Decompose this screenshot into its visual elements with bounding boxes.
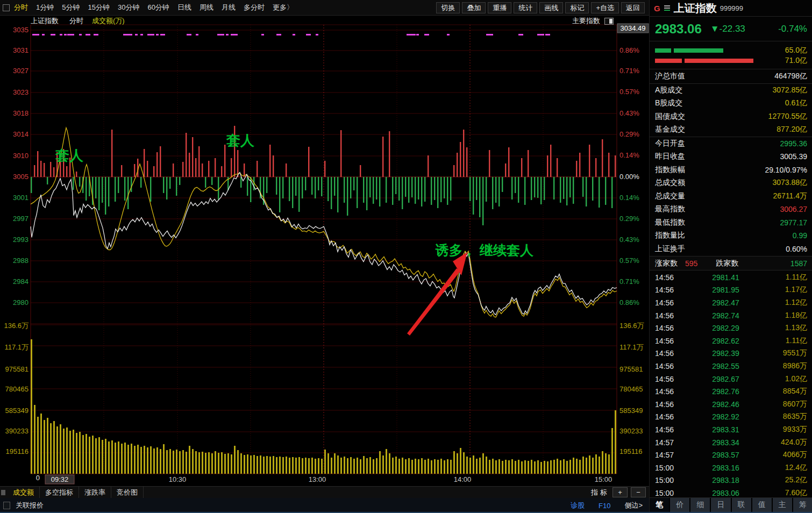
stat-label: 指数量比 <box>655 231 685 240</box>
tick-row[interactable]: 14:562982.768854万 <box>650 385 812 398</box>
toolbar-button-画线[interactable]: 画线 <box>539 2 563 13</box>
period-更多〉[interactable]: 更多〉 <box>273 3 294 12</box>
side-panel-link[interactable]: 侧边> <box>624 501 643 510</box>
tick-volume: 1.13亿 <box>768 323 807 333</box>
tick-row[interactable]: 14:562982.928635万 <box>650 411 812 424</box>
svg-text:14:00: 14:00 <box>454 475 472 483</box>
toolbar-button-切换[interactable]: 切换 <box>436 2 460 13</box>
toolbar-button-返回[interactable]: 返回 <box>621 2 645 13</box>
indicator-tab-竞价图[interactable]: 竞价图 <box>111 487 144 498</box>
panel-tab-细[interactable]: 细 <box>690 498 710 512</box>
period-60分钟[interactable]: 60分钟 <box>147 3 169 12</box>
tick-price: 2982.62 <box>683 337 768 345</box>
period-15分钟[interactable]: 15分钟 <box>88 3 109 12</box>
indicator-tab-成交额[interactable]: 成交额 <box>8 487 40 498</box>
tick-row[interactable]: 14:562982.468607万 <box>650 398 812 411</box>
tick-row[interactable]: 15:002983.1612.4亿 <box>650 461 812 474</box>
intraday-chart[interactable]: 3035303130273023301830143010300530012997… <box>0 0 649 513</box>
tick-row[interactable]: 14:562981.411.11亿 <box>650 271 812 284</box>
tick-row[interactable]: 14:562983.319933万 <box>650 423 812 436</box>
indicator-label: 指标 <box>591 488 609 497</box>
toolbar-button-叠加[interactable]: 叠加 <box>462 2 486 13</box>
period-日线[interactable]: 日线 <box>177 3 191 12</box>
tick-volume: 9933万 <box>768 425 807 434</box>
stat-label: A股成交 <box>655 86 682 95</box>
panel-tab-筹[interactable]: 筹 <box>793 498 812 512</box>
tick-row[interactable]: 14:562982.291.13亿 <box>650 322 812 334</box>
linked-quote-label[interactable]: 关联报价 <box>16 501 44 510</box>
panel-tab-价[interactable]: 价 <box>670 498 689 512</box>
tick-row[interactable]: 14:562982.399551万 <box>650 347 812 360</box>
stat-label: 上证换手 <box>655 244 685 254</box>
buy-volume-bar: 65.0亿 <box>655 45 807 55</box>
tick-volume: 12.4亿 <box>768 463 807 473</box>
tick-price: 2983.16 <box>683 464 768 472</box>
tick-row[interactable]: 15:002983.1825.2亿 <box>650 474 812 487</box>
diagnose-stock-link[interactable]: 诊股 <box>571 501 585 510</box>
period-分时[interactable]: 分时 <box>14 3 28 12</box>
index-name: 上证指数 <box>674 1 717 16</box>
tick-row[interactable]: 14:572983.574066万 <box>650 448 812 461</box>
stat-label: 最高指数 <box>655 204 685 214</box>
toolbar-button-+自选[interactable]: +自选 <box>591 2 619 13</box>
f10-link[interactable]: F10 <box>599 502 610 510</box>
tick-price: 2981.41 <box>683 273 768 282</box>
period-周线[interactable]: 周线 <box>200 3 213 12</box>
toolbar-button-标记[interactable]: 标记 <box>565 2 589 13</box>
tick-row[interactable]: 14:562982.741.18亿 <box>650 309 812 322</box>
panel-tab-联[interactable]: 联 <box>732 498 751 512</box>
clipboard-icon[interactable] <box>3 502 10 509</box>
period-多分时[interactable]: 多分时 <box>244 3 265 12</box>
stat-value: 3072.85亿 <box>772 86 807 95</box>
tick-list[interactable]: 14:562981.411.11亿14:562981.951.17亿14:562… <box>650 270 812 500</box>
tick-row[interactable]: 14:562982.558986万 <box>650 360 812 373</box>
panel-bottom-tabs: 笔价细日联值主筹 <box>650 497 812 512</box>
hamburger-menu-icon[interactable] <box>664 4 670 12</box>
chart-mode[interactable]: 分时 <box>69 16 83 26</box>
tick-price: 2983.31 <box>683 425 768 434</box>
svg-text:0.29%: 0.29% <box>619 215 639 223</box>
indicator-tab-bar: 成交额多空指标涨跌率竞价图 指标 + − <box>0 486 649 498</box>
period-30分钟[interactable]: 30分钟 <box>118 3 139 12</box>
indicator-tab-涨跌率[interactable]: 涨跌率 <box>79 487 111 498</box>
indicator-add-button[interactable]: + <box>612 487 628 497</box>
stat-value: 877.20亿 <box>777 125 807 134</box>
major-index-label[interactable]: 主要指数 <box>572 16 600 26</box>
toolbar-button-重播[interactable]: 重播 <box>488 2 511 13</box>
toolbar-button-统计[interactable]: 统计 <box>514 2 537 13</box>
period-5分钟[interactable]: 5分钟 <box>62 3 80 12</box>
tab-corner-icon[interactable] <box>1 490 5 495</box>
top-toolbar: 分时1分钟5分钟15分钟30分钟60分钟日线周线月线多分时更多〉 切换叠加重播统… <box>0 0 649 16</box>
panel-tab-日[interactable]: 日 <box>711 498 730 512</box>
svg-text:10:30: 10:30 <box>169 475 187 483</box>
tick-row[interactable]: 14:562982.671.02亿 <box>650 373 812 386</box>
panel-tab-笔[interactable]: 笔 <box>650 498 669 512</box>
svg-text:0.71%: 0.71% <box>619 67 639 75</box>
period-月线[interactable]: 月线 <box>222 3 236 12</box>
tick-volume: 9551万 <box>768 348 807 358</box>
indicator-tab-多空指标[interactable]: 多空指标 <box>40 487 79 498</box>
indicator-remove-button[interactable]: − <box>631 487 646 497</box>
svg-text:3031: 3031 <box>13 46 29 54</box>
panel-tab-主[interactable]: 主 <box>773 498 792 512</box>
window-icon[interactable] <box>3 4 10 11</box>
panel-tab-值[interactable]: 值 <box>752 498 772 512</box>
svg-text:390233: 390233 <box>619 427 643 435</box>
svg-text:09:32: 09:32 <box>51 475 69 483</box>
stat-value: 2995.36 <box>780 139 807 148</box>
stat-row: B股成交0.61亿 <box>650 97 812 110</box>
panel-toggle-icon[interactable] <box>604 18 614 25</box>
tick-time: 14:56 <box>655 387 683 396</box>
stat-row: 上证换手0.60% <box>650 243 812 256</box>
tick-price: 2982.67 <box>683 375 768 383</box>
tick-row[interactable]: 14:572983.34424.0万 <box>650 436 812 449</box>
tick-row[interactable]: 14:562982.621.11亿 <box>650 334 812 347</box>
stat-label: 总成交量 <box>655 191 685 201</box>
stat-value: 3006.27 <box>780 205 807 213</box>
toolbar-actions: 切换叠加重播统计画线标记+自选返回 <box>436 2 649 13</box>
chart-indicator-label[interactable]: 成交额(万) <box>92 16 125 26</box>
tick-row[interactable]: 14:562981.951.17亿 <box>650 284 812 297</box>
tick-price: 2982.76 <box>683 387 768 396</box>
period-1分钟[interactable]: 1分钟 <box>36 3 54 12</box>
tick-row[interactable]: 14:562982.471.12亿 <box>650 296 812 309</box>
